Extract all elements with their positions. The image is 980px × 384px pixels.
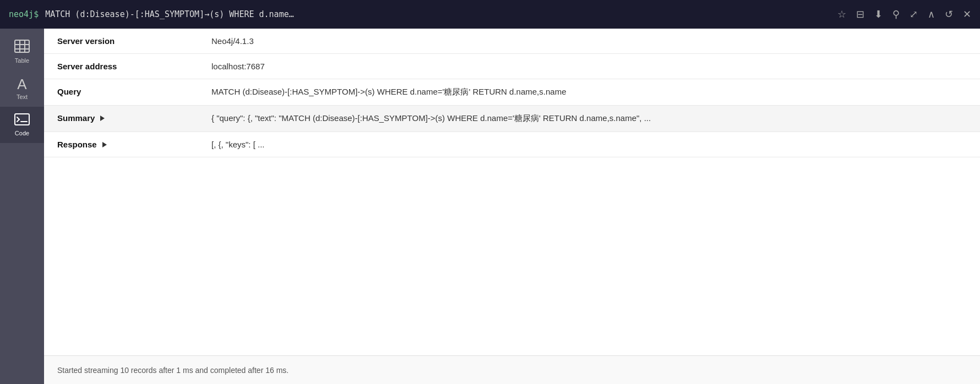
title-bar-icons: ☆ ⊟ ⬇ ⚲ ⤢ ∧ ↺ ✕	[837, 8, 971, 20]
result-table: Server versionNeo4j/4.1.3Server addressl…	[44, 29, 980, 157]
row-query: QueryMATCH (d:Disease)-[:HAS_SYMPTOM]->(…	[44, 79, 980, 106]
sidebar-table-label: Table	[15, 57, 29, 64]
save-icon[interactable]: ⊟	[856, 8, 864, 20]
summary-expand-icon[interactable]	[100, 116, 105, 121]
row-response: Response[, {, "keys": [ ...	[44, 132, 980, 157]
pin-icon[interactable]: ⚲	[892, 8, 900, 20]
status-text: Started streaming 10 records after 1 ms …	[57, 366, 288, 375]
row-server-address: Server addresslocalhost:7687	[44, 54, 980, 79]
code-icon	[14, 113, 30, 128]
table-icon	[14, 40, 30, 55]
title-bar: neo4j$ MATCH (d:Disease)-[:HAS_SYMPTOM]→…	[0, 0, 980, 29]
label-query: Query	[44, 79, 198, 106]
svg-line-7	[17, 119, 19, 122]
neo4j-prompt: neo4j$	[9, 9, 39, 19]
label-summary: Summary	[44, 106, 198, 132]
svg-rect-0	[15, 40, 29, 52]
refresh-icon[interactable]: ↺	[945, 8, 953, 20]
sidebar-text-label: Text	[17, 94, 28, 100]
status-bar: Started streaming 10 records after 1 ms …	[44, 355, 980, 384]
row-server-version: Server versionNeo4j/4.1.3	[44, 29, 980, 54]
scroll-up-icon[interactable]: ∧	[928, 8, 935, 20]
label-server-version: Server version	[44, 29, 198, 54]
value-response: [, {, "keys": [ ...	[198, 132, 980, 157]
value-server-version: Neo4j/4.1.3	[198, 29, 980, 54]
text-icon: A	[17, 77, 26, 91]
info-table: Server versionNeo4j/4.1.3Server addressl…	[44, 29, 980, 355]
download-icon[interactable]: ⬇	[874, 8, 883, 20]
main-area: Table A Text Code Server versionNeo4j/	[0, 29, 980, 384]
title-query-text: MATCH (d:Disease)-[:HAS_SYMPTOM]→(s) WHE…	[45, 9, 833, 19]
svg-rect-5	[15, 114, 29, 125]
label-response: Response	[44, 132, 198, 157]
value-server-address: localhost:7687	[198, 54, 980, 79]
sidebar-item-code[interactable]: Code	[0, 107, 44, 143]
row-summary: Summary{ "query": {, "text": "MATCH (d:D…	[44, 106, 980, 132]
sidebar-item-text[interactable]: A Text	[0, 70, 44, 107]
value-summary: { "query": {, "text": "MATCH (d:Disease)…	[198, 106, 980, 132]
label-server-address: Server address	[44, 54, 198, 79]
sidebar: Table A Text Code	[0, 29, 44, 384]
response-expand-icon[interactable]	[102, 142, 107, 147]
content-area: Server versionNeo4j/4.1.3Server addressl…	[44, 29, 980, 384]
response-label: Response	[57, 140, 97, 149]
expand-icon[interactable]: ⤢	[910, 8, 918, 20]
value-query: MATCH (d:Disease)-[:HAS_SYMPTOM]->(s) WH…	[198, 79, 980, 106]
summary-label: Summary	[57, 113, 95, 123]
sidebar-item-table[interactable]: Table	[0, 33, 44, 70]
star-icon[interactable]: ☆	[837, 8, 846, 20]
sidebar-code-label: Code	[15, 130, 29, 136]
close-icon[interactable]: ✕	[963, 8, 971, 20]
